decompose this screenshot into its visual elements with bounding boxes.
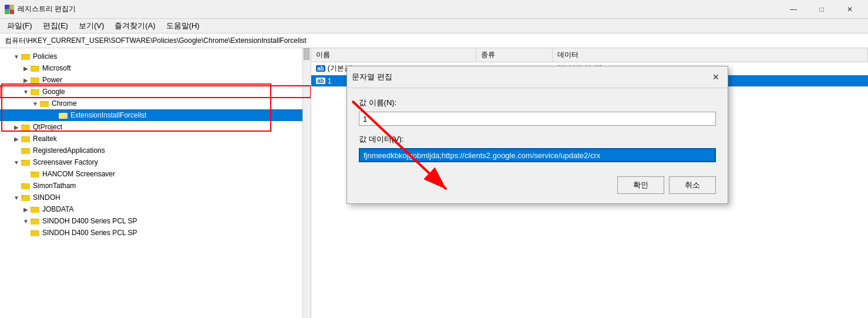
window-title: 레지스트리 편집기 (18, 4, 76, 14)
col-header-name[interactable]: 이름 (311, 48, 476, 62)
ab-icon-1: ab (316, 78, 325, 84)
folder-icon-qtproject (21, 122, 31, 132)
dialog-title-bar: 문자열 편집 ✕ (347, 66, 728, 88)
svg-rect-30 (21, 149, 30, 154)
expand-arrow-google[interactable]: ▼ (21, 87, 31, 96)
tree-label-jobdata: JOBDATA (42, 205, 74, 213)
expand-arrow-sindohd400b[interactable] (21, 228, 31, 237)
svg-rect-18 (40, 102, 49, 107)
cancel-button[interactable]: 취소 (669, 176, 716, 194)
svg-rect-27 (21, 137, 30, 142)
tree-item-power[interactable]: ▶ Power (0, 74, 311, 86)
dialog-buttons: 확인 취소 (359, 176, 716, 194)
tree-item-simontatham[interactable]: SimonTatham (0, 180, 311, 192)
tree-label-google: Google (42, 88, 65, 96)
svg-rect-3 (10, 10, 14, 14)
folder-icon-jobdata (31, 205, 40, 214)
folder-icon-power (31, 75, 40, 85)
expand-arrow-registeredapps[interactable] (12, 146, 21, 155)
tree-label-qtproject: QtProject (33, 123, 62, 131)
folder-icon-sindohd400 (31, 216, 40, 226)
string-edit-dialog[interactable]: 문자열 편집 ✕ 값 이름(N): 값 데이터(V): 확인 취소 (346, 66, 728, 204)
expand-arrow-extension[interactable] (49, 111, 59, 120)
expand-arrow-qtproject[interactable]: ▶ (12, 122, 21, 132)
folder-icon-screensaver (21, 158, 31, 167)
tree-panel[interactable]: ▼ Policies ▶ Microsoft ▶ (0, 48, 311, 318)
svg-rect-45 (31, 207, 39, 213)
ab-icon-default: ab (316, 65, 325, 72)
ok-button[interactable]: 확인 (617, 176, 664, 194)
expand-arrow-hancom[interactable] (21, 169, 31, 179)
svg-rect-42 (21, 196, 30, 201)
menu-view[interactable]: 보기(V) (74, 19, 109, 32)
reg-name-1: 1 (328, 77, 332, 85)
folder-icon-registeredapps (21, 146, 31, 155)
dialog-close-button[interactable]: ✕ (709, 70, 723, 84)
tree-item-google[interactable]: ▼ Google (0, 86, 311, 98)
svg-rect-39 (21, 184, 30, 189)
svg-rect-1 (10, 5, 14, 9)
svg-rect-0 (5, 5, 9, 9)
tree-item-sindohd400[interactable]: ▼ SINDOH D400 Series PCL SP (0, 215, 311, 227)
menu-file[interactable]: 파일(F) (2, 19, 37, 32)
tree-item-sindohd400b[interactable]: SINDOH D400 Series PCL SP (0, 227, 311, 239)
expand-arrow-power[interactable]: ▶ (21, 75, 31, 85)
svg-rect-2 (5, 10, 9, 14)
tree-label-sindohd400: SINDOH D400 Series PCL SP (42, 217, 137, 225)
tree-label-microsoft: Microsoft (42, 64, 71, 72)
value-data-input[interactable] (359, 148, 716, 162)
expand-arrow-screensaver[interactable]: ▼ (12, 158, 21, 167)
tree-item-policies[interactable]: ▼ Policies (0, 51, 311, 62)
address-bar: 컴퓨터\HKEY_CURRENT_USER\SOFTWARE\Policies\… (0, 33, 868, 48)
svg-rect-12 (31, 78, 39, 83)
folder-icon-sindoh (21, 193, 31, 202)
tree-item-chrome[interactable]: ▼ Chrome (0, 98, 311, 109)
expand-arrow-microsoft[interactable]: ▶ (21, 63, 31, 73)
folder-icon-chrome (40, 99, 49, 108)
value-data-label: 값 데이터(V): (359, 134, 716, 145)
menu-edit[interactable]: 편집(E) (38, 19, 73, 32)
tree-label-policies: Policies (33, 52, 57, 61)
tree-item-microsoft[interactable]: ▶ Microsoft (0, 62, 311, 74)
tree-item-sindoh[interactable]: ▼ SINDOH (0, 192, 311, 203)
tree-label-realtek: Realtek (33, 135, 57, 143)
tree-item-registeredapplications[interactable]: RegisteredApplications (0, 145, 311, 156)
col-header-type[interactable]: 종류 (476, 48, 552, 62)
tree-label-registeredapps: RegisteredApplications (33, 146, 105, 155)
tree-label-sindoh: SINDOH (33, 193, 60, 202)
minimize-button[interactable]: — (780, 2, 807, 16)
expand-arrow-realtek[interactable]: ▶ (12, 134, 21, 143)
tree-item-hancom[interactable]: HANCOM Screensaver (0, 168, 311, 180)
tree-item-realtek[interactable]: ▶ Realtek (0, 133, 311, 145)
title-bar-controls: — □ ✕ (780, 2, 863, 16)
expand-arrow-sindohd400[interactable]: ▼ (21, 216, 31, 226)
dialog-body: 값 이름(N): 값 데이터(V): 확인 취소 (347, 88, 728, 203)
expand-arrow-jobdata[interactable]: ▶ (21, 205, 31, 214)
svg-rect-15 (31, 90, 39, 95)
svg-rect-48 (31, 219, 39, 225)
tree-item-qtproject[interactable]: ▶ QtProject (0, 121, 311, 133)
svg-rect-21 (59, 113, 68, 119)
tree-item-extensioninstallforcelist[interactable]: ExtensionInstallForcelist (0, 109, 311, 121)
svg-rect-51 (31, 231, 39, 236)
value-name-input[interactable] (359, 112, 716, 126)
value-name-label: 값 이름(N): (359, 98, 716, 108)
svg-rect-33 (21, 160, 30, 166)
expand-arrow-simontatham[interactable] (12, 181, 21, 190)
right-panel: 이름 종류 데이터 ab (기본값) REG_SZ (값 설정 안 됨) (311, 48, 868, 318)
menu-help[interactable]: 도움말(H) (162, 19, 204, 32)
tree-item-screensaverfactory[interactable]: ▼ Screensaver Factory (0, 156, 311, 168)
svg-rect-6 (21, 55, 30, 60)
menu-bar: 파일(F) 편집(E) 보기(V) 즐겨찾기(A) 도움말(H) (0, 19, 868, 33)
tree-item-jobdata[interactable]: ▶ JOBDATA (0, 203, 311, 215)
title-bar-left: 레지스트리 편집기 (5, 4, 76, 14)
menu-favorites[interactable]: 즐겨찾기(A) (110, 19, 160, 32)
tree-label-extension: ExtensionInstallForcelist (70, 111, 146, 119)
col-header-data[interactable]: 데이터 (552, 48, 868, 62)
maximize-button[interactable]: □ (808, 2, 835, 16)
tree-label-sindohd400b: SINDOH D400 Series PCL SP (42, 229, 137, 237)
expand-arrow-policies[interactable]: ▼ (12, 52, 21, 61)
expand-arrow-sindoh[interactable]: ▼ (12, 193, 21, 202)
expand-arrow-chrome[interactable]: ▼ (31, 99, 40, 108)
close-button[interactable]: ✕ (836, 2, 863, 16)
